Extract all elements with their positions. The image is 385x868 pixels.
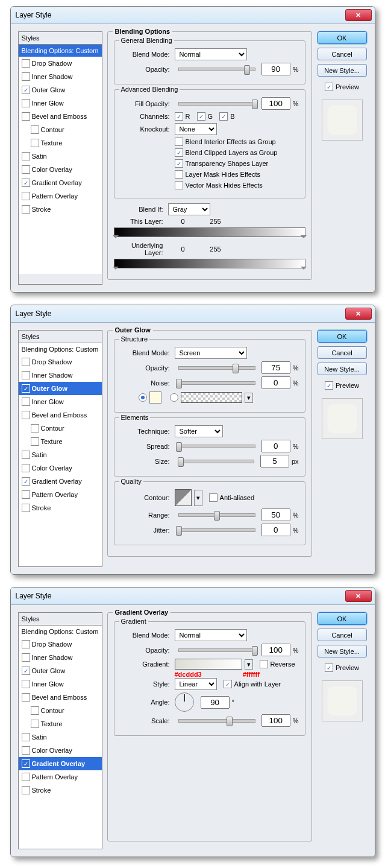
style-gradient-overlay[interactable]: Gradient Overlay [19,475,102,488]
opacity-input[interactable] [261,361,290,374]
style-color-overlay[interactable]: Color Overlay [19,744,102,757]
style-pattern-overlay[interactable]: Pattern Overlay [19,488,102,501]
checkbox-icon[interactable] [22,667,30,675]
preview-checkbox[interactable] [325,381,333,390]
range-input[interactable] [261,508,290,521]
style-satin[interactable]: Satin [19,150,102,163]
checkbox-icon[interactable] [22,179,30,187]
checkbox-icon[interactable] [31,720,39,728]
style-color-overlay[interactable]: Color Overlay [19,163,102,176]
size-slider[interactable] [178,460,254,463]
checkbox-icon[interactable] [22,693,30,702]
checkbox-icon[interactable] [22,411,30,419]
style-satin[interactable]: Satin [19,448,102,461]
checkbox-icon[interactable] [22,733,30,741]
blend-mode-select[interactable]: Screen [175,347,247,359]
opacity-input[interactable] [261,644,290,656]
technique-select[interactable]: Softer [175,425,223,437]
opacity-slider[interactable] [178,366,255,370]
checkbox-icon[interactable] [22,86,30,94]
blend-interior-checkbox[interactable] [175,138,183,146]
opacity-slider[interactable] [178,648,255,652]
jitter-slider[interactable] [178,528,255,532]
checkbox-icon[interactable] [22,99,30,107]
angle-dial[interactable] [175,692,194,712]
opacity-slider[interactable] [178,68,255,71]
scale-input[interactable] [261,714,290,727]
style-inner-shadow[interactable]: Inner Shadow [19,70,102,83]
checkbox-icon[interactable] [22,680,30,688]
close-icon[interactable]: ✕ [345,9,372,21]
checkbox-icon[interactable] [22,477,30,486]
fill-opacity-slider[interactable] [178,102,255,106]
dropdown-icon[interactable]: ▾ [194,490,202,506]
style-texture[interactable]: Texture [19,136,102,150]
style-outer-glow[interactable]: Outer Glow [19,664,102,677]
knockout-select[interactable]: None [175,123,217,135]
checkbox-icon[interactable] [22,205,30,214]
style-outer-glow[interactable]: Outer Glow [19,382,102,395]
style-pattern-overlay[interactable]: Pattern Overlay [19,189,102,203]
underlying-layer-gradient[interactable] [114,259,305,268]
checkbox-icon[interactable] [31,424,39,432]
checkbox-icon[interactable] [22,72,30,81]
new-style-button[interactable]: New Style... [318,363,367,375]
checkbox-icon[interactable] [22,112,30,121]
channel-r-checkbox[interactable] [175,112,183,121]
this-layer-gradient[interactable] [114,227,305,237]
style-outer-glow[interactable]: Outer Glow [19,83,102,97]
angle-input[interactable] [201,696,230,709]
style-drop-shadow[interactable]: Drop Shadow [19,638,102,651]
checkbox-icon[interactable] [22,504,30,512]
dropdown-icon[interactable]: ▾ [245,659,253,670]
noise-slider[interactable] [178,381,255,385]
gradient-radio[interactable] [170,393,178,402]
align-checkbox[interactable] [224,680,232,688]
style-blending-options[interactable]: Blending Options: Custom [19,626,102,638]
style-blending-options[interactable]: Blending Options: Custom [19,343,102,355]
checkbox-icon[interactable] [22,786,30,794]
style-bevel-emboss[interactable]: Bevel and Emboss [19,408,102,422]
channel-g-checkbox[interactable] [197,112,205,121]
style-inner-glow[interactable]: Inner Glow [19,677,102,691]
style-contour[interactable]: Contour [19,704,102,717]
checkbox-icon[interactable] [22,152,30,160]
checkbox-icon[interactable] [22,653,30,662]
style-drop-shadow[interactable]: Drop Shadow [19,355,102,369]
checkbox-icon[interactable] [22,398,30,406]
style-drop-shadow[interactable]: Drop Shadow [19,57,102,70]
checkbox-icon[interactable] [22,773,30,781]
dropdown-icon[interactable]: ▾ [245,393,253,403]
blend-mode-select[interactable]: Normal [175,629,247,641]
style-color-overlay[interactable]: Color Overlay [19,461,102,475]
channel-b-checkbox[interactable] [219,112,228,121]
checkbox-icon[interactable] [22,165,30,174]
checkbox-icon[interactable] [22,759,30,768]
checkbox-icon[interactable] [22,640,30,648]
jitter-input[interactable] [261,524,290,536]
style-bevel-emboss[interactable]: Bevel and Emboss [19,110,102,123]
checkbox-icon[interactable] [22,451,30,459]
checkbox-icon[interactable] [22,746,30,755]
blend-clipped-checkbox[interactable] [175,148,183,157]
transparency-shapes-checkbox[interactable] [175,159,183,168]
checkbox-icon[interactable] [31,139,39,147]
style-inner-shadow[interactable]: Inner Shadow [19,651,102,664]
checkbox-icon[interactable] [31,706,39,715]
cancel-button[interactable]: Cancel [318,346,367,359]
checkbox-icon[interactable] [22,490,30,499]
style-inner-glow[interactable]: Inner Glow [19,97,102,110]
contour-picker[interactable] [175,489,192,506]
style-texture[interactable]: Texture [19,717,102,730]
checkbox-icon[interactable] [22,59,30,68]
blend-mode-select[interactable]: Normal [175,48,247,60]
checkbox-icon[interactable] [31,437,39,446]
checkbox-icon[interactable] [22,384,30,393]
spread-slider[interactable] [178,445,255,448]
vector-mask-checkbox[interactable] [175,181,183,189]
checkbox-icon[interactable] [22,192,30,200]
cancel-button[interactable]: Cancel [318,629,367,641]
style-blending-options[interactable]: Blending Options: Custom [19,45,102,57]
ok-button[interactable]: OK [318,330,367,343]
style-gradient-overlay[interactable]: Gradient Overlay [19,757,102,770]
